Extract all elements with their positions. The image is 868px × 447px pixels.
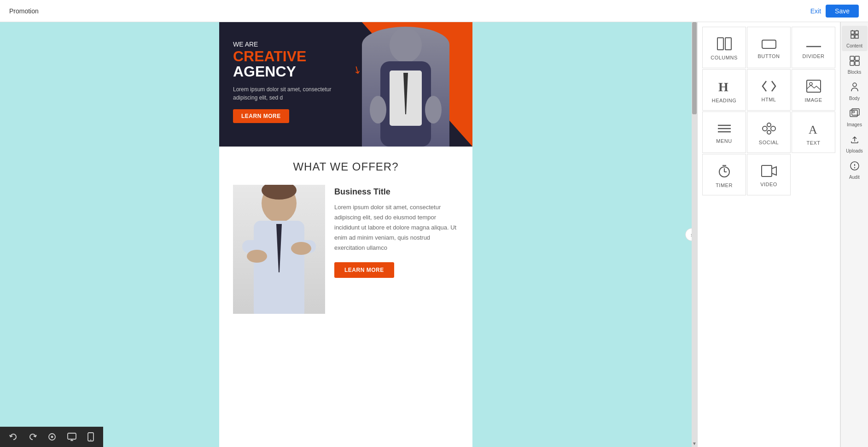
svg-point-5 — [425, 96, 442, 124]
text-icon: A — [807, 122, 821, 137]
redo-button[interactable] — [27, 431, 39, 443]
widget-video-label: VIDEO — [760, 182, 777, 187]
offer-title: WHAT WE OFFER? — [233, 160, 459, 173]
widget-image[interactable]: IMAGE — [792, 69, 835, 111]
widget-heading-label: HEADING — [712, 98, 737, 103]
canvas: WE ARE CREATIVE AGENCY Lorem ipsum dolor… — [219, 22, 472, 447]
svg-point-12 — [247, 250, 267, 263]
svg-rect-37 — [855, 61, 859, 65]
widget-menu[interactable]: MENU — [702, 112, 746, 153]
offer-person-image — [233, 185, 325, 314]
offer-content: Business Title Lorem ipsum dolor sit ame… — [233, 185, 459, 314]
hero-learn-more-button[interactable]: LEARN MORE — [233, 109, 289, 123]
sidebar-item-images[interactable]: Images — [842, 105, 868, 130]
svg-point-26 — [767, 123, 771, 127]
audit-icon — [850, 161, 860, 173]
widget-html-label: HTML — [762, 97, 776, 102]
bottom-toolbar — [0, 427, 103, 447]
svg-text:H: H — [718, 80, 728, 93]
svg-point-25 — [771, 126, 775, 131]
svg-point-24 — [763, 126, 767, 131]
widget-text[interactable]: A TEXT — [792, 112, 835, 153]
main-area: WE ARE CREATIVE AGENCY Lorem ipsum dolor… — [0, 22, 868, 447]
preview-button[interactable] — [46, 431, 58, 443]
offer-section: WHAT WE OFFER? — [219, 147, 472, 328]
sidebar-images-label: Images — [847, 122, 862, 127]
sidebar-item-blocks[interactable]: Blocks — [842, 52, 868, 77]
sidebar-item-audit[interactable]: Audit — [842, 157, 868, 182]
desktop-button[interactable] — [65, 431, 78, 443]
uploads-icon — [850, 135, 860, 147]
html-icon — [762, 80, 776, 94]
heading-icon: H — [717, 79, 731, 95]
widget-button-label: BUTTON — [757, 53, 780, 59]
sidebar-item-content[interactable]: Content — [842, 26, 868, 51]
sidebar-item-uploads[interactable]: Uploads — [842, 131, 868, 156]
offer-business-title: Business Title — [334, 187, 459, 197]
widget-image-label: IMAGE — [805, 97, 822, 103]
sidebar-icons: Content Blocks — [840, 22, 868, 447]
widget-divider-label: DIVIDER — [802, 53, 824, 59]
page-title: Promotion — [9, 7, 39, 15]
body-icon — [850, 82, 860, 94]
sidebar-audit-label: Audit — [849, 175, 860, 180]
svg-point-46 — [51, 436, 53, 438]
widget-html[interactable]: HTML — [747, 69, 791, 111]
widget-heading[interactable]: H HEADING — [702, 69, 746, 111]
svg-rect-19 — [807, 80, 821, 92]
button-icon — [762, 39, 776, 51]
content-panel: COLUMNS BUTTON — [698, 22, 840, 447]
social-icon — [761, 122, 777, 137]
hero-we-are: WE ARE — [233, 41, 334, 48]
widget-button[interactable]: BUTTON — [747, 27, 791, 68]
panel-collapse-button[interactable]: › — [685, 228, 692, 241]
topbar: Promotion Exit Save — [0, 0, 868, 22]
sidebar-item-body[interactable]: Body — [842, 78, 868, 104]
widget-social[interactable]: SOCIAL — [747, 112, 791, 153]
hero-section: WE ARE CREATIVE AGENCY Lorem ipsum dolor… — [219, 22, 472, 147]
offer-text-block: Business Title Lorem ipsum dolor sit ame… — [334, 185, 459, 278]
svg-rect-33 — [762, 165, 772, 176]
svg-point-38 — [853, 83, 856, 87]
images-icon — [850, 108, 860, 121]
video-icon — [761, 165, 777, 179]
svg-point-4 — [370, 96, 386, 124]
widget-social-label: SOCIAL — [759, 140, 779, 145]
scrollbar-down-arrow: ▼ — [692, 441, 697, 446]
svg-point-0 — [390, 28, 422, 63]
svg-rect-35 — [855, 56, 859, 60]
svg-point-41 — [853, 111, 855, 113]
canvas-scrollbar[interactable]: ▼ — [692, 22, 697, 447]
sidebar-body-label: Body — [849, 96, 860, 101]
exit-button[interactable]: Exit — [810, 7, 821, 15]
blocks-icon — [850, 56, 860, 68]
svg-rect-16 — [762, 40, 776, 48]
undo-button[interactable] — [7, 431, 19, 443]
widget-menu-label: MENU — [716, 138, 732, 144]
menu-icon — [717, 124, 732, 135]
widget-text-label: TEXT — [806, 140, 820, 146]
widget-columns[interactable]: COLUMNS — [702, 27, 746, 68]
hero-person-image — [362, 27, 449, 147]
widget-columns-label: COLUMNS — [711, 55, 738, 60]
content-icon — [850, 29, 860, 42]
hero-desc: Lorem ipsum dolor sit amet, consectetur … — [233, 85, 334, 102]
svg-point-44 — [854, 167, 855, 168]
widget-video[interactable]: VIDEO — [747, 154, 791, 195]
save-button[interactable]: Save — [826, 5, 859, 18]
right-panel: COLUMNS BUTTON — [697, 22, 868, 447]
mobile-button[interactable] — [86, 430, 96, 443]
svg-point-51 — [90, 440, 91, 441]
timer-icon — [717, 164, 731, 180]
canvas-wrapper[interactable]: WE ARE CREATIVE AGENCY Lorem ipsum dolor… — [0, 22, 692, 447]
offer-learn-more-button[interactable]: LEARN MORE — [334, 262, 394, 278]
canvas-scrollbar-thumb — [692, 22, 697, 114]
image-icon — [806, 80, 821, 94]
widget-timer[interactable]: TIMER — [702, 154, 746, 195]
svg-point-13 — [291, 242, 311, 255]
svg-rect-36 — [850, 61, 854, 65]
sidebar-content-label: Content — [846, 43, 862, 48]
widget-divider[interactable]: DIVIDER — [792, 27, 835, 68]
widget-grid: COLUMNS BUTTON — [702, 27, 835, 195]
svg-point-27 — [767, 130, 771, 134]
